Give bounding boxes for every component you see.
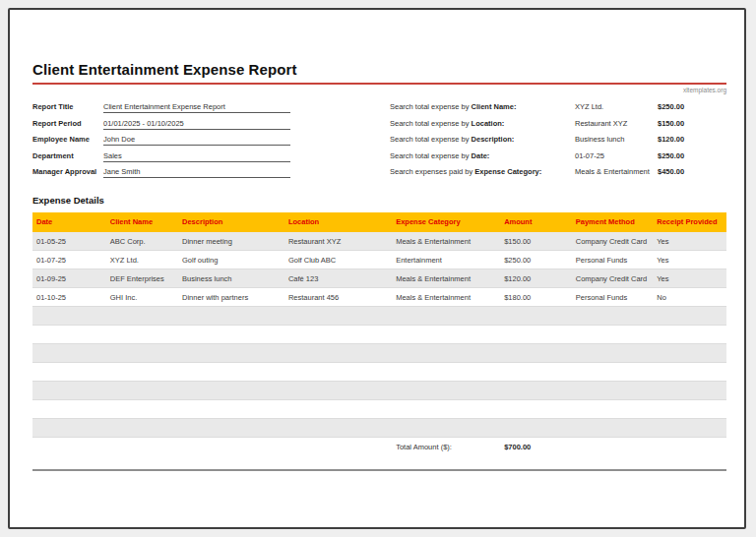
table-row: 01-09-25 DEF Enterprises Business lunch … [32,269,726,288]
cell-description[interactable]: Dinner meeting [178,232,284,251]
cell-location[interactable]: Café 123 [284,269,392,288]
cell-description[interactable]: Dinner with partners [178,288,284,307]
report-header-form: Report Title Client Entertainment Expens… [32,100,726,182]
department-field[interactable]: Sales [103,149,290,162]
empty-table-row[interactable] [32,344,726,363]
column-header-client-name: Client Name [106,212,178,232]
watermark-link[interactable]: xltemplates.org [32,87,726,94]
cell-amount[interactable]: $250.00 [500,251,572,269]
cell-expense-category[interactable]: Meals & Entertainment [392,269,500,288]
column-header-location: Location [284,212,392,232]
search-amount: $150.00 [658,117,726,128]
cell-location[interactable]: Restaurant 456 [284,288,392,307]
cell-expense-category[interactable]: Meals & Entertainment [392,232,500,251]
cell-payment-method[interactable]: Personal Funds [572,251,653,269]
report-field-row: Report Period 01/01/2025 - 01/10/2025 [32,117,290,134]
report-period-field[interactable]: 01/01/2025 - 01/10/2025 [103,117,290,130]
accent-divider [32,83,726,85]
column-header-description: Description [178,212,284,232]
manager-approval-field[interactable]: Jane Smith [103,165,290,178]
search-amount: $250.00 [658,100,726,111]
cell-date[interactable]: 01-10-25 [32,288,106,307]
cell-expense-category[interactable]: Meals & Entertainment [392,288,500,307]
empty-table-row[interactable] [32,419,726,438]
report-info-column: Report Title Client Entertainment Expens… [32,100,290,182]
column-header-expense-category: Expense Category [392,212,500,232]
search-label: Search total expense by Location: [390,117,575,128]
table-header-row: Date Client Name Description Location Ex… [32,212,726,232]
column-header-amount: Amount [500,212,572,232]
empty-table-row[interactable] [32,382,726,400]
search-amount: $450.00 [658,165,726,176]
report-page: Client Entertainment Expense Report xlte… [8,8,746,529]
report-field-label: Department [32,149,103,160]
search-amount: $120.00 [658,133,726,144]
cell-date[interactable]: 01-07-25 [32,251,106,269]
page-title: Client Entertainment Expense Report [32,61,726,78]
search-value-description[interactable]: Business lunch [575,133,658,144]
table-row: 01-05-25 ABC Corp. Dinner meeting Restau… [32,232,726,251]
empty-table-row[interactable] [32,307,726,326]
cell-amount[interactable]: $150.00 [500,232,572,251]
empty-table-row[interactable] [32,363,726,382]
report-field-label: Report Period [32,117,103,128]
report-title-field[interactable]: Client Entertainment Expense Report [103,100,290,113]
search-label: Search total expense by Client Name: [390,100,575,111]
cell-location[interactable]: Restaurant XYZ [284,232,392,251]
cell-receipt-provided[interactable]: Yes [653,269,726,288]
search-amount: $250.00 [658,149,726,160]
column-header-payment-method: Payment Method [572,212,653,232]
employee-name-field[interactable]: John Doe [103,133,290,146]
report-field-row: Employee Name John Doe [32,133,290,149]
search-row: Search total expense by Client Name: XYZ… [390,100,726,117]
search-summary-column: Search total expense by Client Name: XYZ… [390,100,726,182]
cell-client-name[interactable]: ABC Corp. [106,232,178,251]
cell-date[interactable]: 01-09-25 [32,269,106,288]
cell-receipt-provided[interactable]: Yes [653,232,726,251]
search-row: Search total expense by Description: Bus… [390,133,726,149]
column-header-date: Date [32,212,106,232]
total-amount-value: $700.00 [504,443,531,451]
report-field-row: Department Sales [32,149,290,166]
search-label: Search total expense by Description: [390,133,575,144]
cell-date[interactable]: 01-05-25 [32,232,106,251]
search-row: Search total expense by Date: 01-07-25 $… [390,149,726,166]
empty-table-row[interactable] [32,326,726,344]
search-row: Search expenses paid by Expense Category… [390,165,726,182]
cell-description[interactable]: Golf outing [178,251,284,269]
section-title-expense-details: Expense Details [32,195,726,206]
column-header-receipt-provided: Receipt Provided [653,212,726,232]
search-value-date[interactable]: 01-07-25 [575,149,658,160]
search-value-client-name[interactable]: XYZ Ltd. [575,100,658,111]
report-field-row: Manager Approval Jane Smith [32,165,290,182]
search-value-expense-category[interactable]: Meals & Entertainment [575,165,658,176]
total-row: Total Amount ($): $700.00 [32,438,726,471]
report-field-label: Manager Approval [32,165,103,176]
report-field-label: Report Title [32,100,103,111]
search-label: Search total expense by Date: [390,149,575,160]
cell-description[interactable]: Business lunch [178,269,284,288]
cell-client-name[interactable]: DEF Enterprises [106,269,178,288]
cell-amount[interactable]: $180.00 [500,288,572,307]
total-amount-label: Total Amount ($): [396,443,452,451]
search-label: Search expenses paid by Expense Category… [390,165,575,176]
cell-payment-method[interactable]: Company Credit Card [572,269,653,288]
cell-payment-method[interactable]: Company Credit Card [572,232,653,251]
search-row: Search total expense by Location: Restau… [390,117,726,134]
search-value-location[interactable]: Restaurant XYZ [575,117,658,128]
empty-table-row[interactable] [32,400,726,419]
cell-location[interactable]: Golf Club ABC [284,251,392,269]
report-field-row: Report Title Client Entertainment Expens… [32,100,290,117]
table-row: 01-07-25 XYZ Ltd. Golf outing Golf Club … [32,251,726,269]
table-row: 01-10-25 GHI Inc. Dinner with partners R… [32,288,726,307]
cell-client-name[interactable]: GHI Inc. [106,288,178,307]
cell-receipt-provided[interactable]: No [653,288,726,307]
expense-table: Date Client Name Description Location Ex… [32,212,726,439]
cell-payment-method[interactable]: Personal Funds [572,288,653,307]
report-field-label: Employee Name [32,133,103,144]
cell-amount[interactable]: $120.00 [500,269,572,288]
cell-receipt-provided[interactable]: Yes [653,251,726,269]
cell-expense-category[interactable]: Entertainment [392,251,500,269]
cell-client-name[interactable]: XYZ Ltd. [106,251,178,269]
